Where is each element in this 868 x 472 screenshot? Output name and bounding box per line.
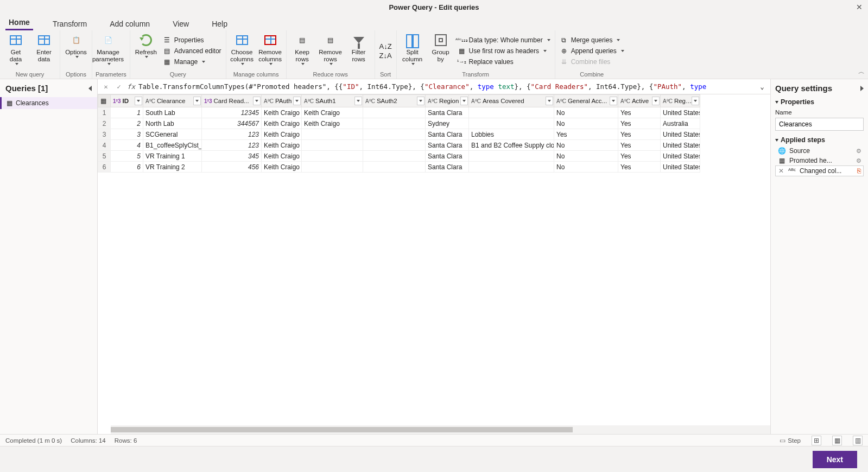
query-name-input[interactable]: [775, 118, 864, 131]
column-filter-icon[interactable]: [652, 97, 660, 105]
cell[interactable]: Yes: [618, 107, 661, 118]
column-filter-icon[interactable]: [354, 97, 362, 105]
formula-accept-icon[interactable]: ✓: [114, 82, 124, 91]
diagram-view-icon[interactable]: ⊞: [812, 436, 821, 445]
column-header-sauth2[interactable]: AᴮCSAuth2: [363, 94, 426, 107]
column-header-sauth1[interactable]: AᴮCSAuth1: [302, 94, 363, 107]
cell[interactable]: 5: [111, 151, 143, 162]
cell[interactable]: No: [554, 162, 618, 173]
data-type-button[interactable]: ᴬᴮᶜ₁₂₃Data type: Whole number: [457, 36, 552, 44]
cell[interactable]: [469, 151, 554, 162]
cell[interactable]: North Lab: [143, 118, 202, 129]
options-button[interactable]: 📋 Options: [64, 31, 88, 70]
cell[interactable]: B1_coffeeSplyClst_F1: [143, 140, 202, 151]
cell[interactable]: 12345: [202, 107, 262, 118]
cell[interactable]: South Lab: [143, 107, 202, 118]
formula-expand-icon[interactable]: ⌄: [757, 82, 767, 91]
column-filter-icon[interactable]: [417, 97, 425, 105]
column-filter-icon[interactable]: [546, 97, 553, 105]
cell[interactable]: Lobbies: [469, 129, 554, 140]
gear-icon[interactable]: ⚙: [856, 157, 861, 164]
cell[interactable]: Keith Craigo: [302, 118, 363, 129]
applied-step-1[interactable]: ▦Promoted he...⚙: [775, 156, 864, 165]
sort-asc-button[interactable]: A↓Z: [379, 42, 392, 50]
cell[interactable]: Keith Craigo: [262, 162, 302, 173]
cell[interactable]: [363, 118, 426, 129]
remove-columns-button[interactable]: Remove columns: [258, 31, 283, 70]
cell[interactable]: United States: [661, 129, 700, 140]
cell[interactable]: B1 and B2 Coffee Supply closets: [469, 140, 554, 151]
gear-icon[interactable]: ⚙: [856, 148, 861, 155]
row-number[interactable]: 5: [98, 151, 111, 162]
cell[interactable]: Keith Craigo: [262, 140, 302, 151]
schema-view-icon[interactable]: ▥: [853, 436, 863, 445]
cell[interactable]: VR Training 2: [143, 162, 202, 173]
applied-step-0[interactable]: 🌐Source⚙: [775, 146, 864, 156]
cell[interactable]: Keith Craigo: [262, 118, 302, 129]
column-header-pauth[interactable]: AᴮCPAuth: [262, 94, 302, 107]
grid-view-icon[interactable]: ▦: [832, 436, 842, 445]
collapse-queries-icon[interactable]: [88, 86, 92, 91]
append-queries-button[interactable]: ⊕Append queries: [559, 47, 625, 55]
formula-cancel-icon[interactable]: ✕: [101, 82, 111, 91]
cell[interactable]: Santa Clara: [426, 107, 469, 118]
cell[interactable]: Yes: [618, 151, 661, 162]
cell[interactable]: Santa Clara: [426, 140, 469, 151]
cell[interactable]: Australia: [661, 118, 700, 129]
keep-rows-button[interactable]: ▤ Keep rows: [290, 31, 315, 70]
cell[interactable]: Yes: [618, 118, 661, 129]
collapse-ribbon-icon[interactable]: ︿: [858, 67, 865, 76]
cell[interactable]: [469, 107, 554, 118]
cell[interactable]: Yes: [618, 162, 661, 173]
formula-text[interactable]: Table.TransformColumnTypes(#"Promoted he…: [138, 82, 754, 91]
cell[interactable]: [302, 140, 363, 151]
filter-rows-button[interactable]: Filter rows: [346, 31, 371, 70]
cell[interactable]: 3: [111, 129, 143, 140]
cell[interactable]: Santa Clara: [426, 129, 469, 140]
first-row-headers-button[interactable]: ▦Use first row as headers: [457, 47, 552, 55]
column-header-generalacc[interactable]: AᴮCGeneral Acc...: [554, 94, 618, 107]
sort-desc-button[interactable]: Z↓A: [379, 52, 392, 60]
column-filter-icon[interactable]: [253, 97, 261, 105]
manage-parameters-button[interactable]: 📄 Manage parameters: [96, 31, 121, 70]
cell[interactable]: [363, 129, 426, 140]
cell[interactable]: Yes: [618, 140, 661, 151]
row-number[interactable]: 3: [98, 129, 111, 140]
cell[interactable]: Sydney: [426, 118, 469, 129]
column-filter-icon[interactable]: [460, 97, 468, 105]
group-by-button[interactable]: Group by: [428, 31, 453, 70]
cell[interactable]: No: [554, 118, 618, 129]
horizontal-scrollbar[interactable]: [111, 425, 770, 434]
column-filter-icon[interactable]: [135, 97, 142, 105]
collapse-settings-icon[interactable]: [860, 86, 864, 91]
cell[interactable]: United States: [661, 140, 700, 151]
column-header-cardread[interactable]: 1²3Card Read...: [202, 94, 262, 107]
cell[interactable]: 123: [202, 140, 262, 151]
cell[interactable]: United States: [661, 151, 700, 162]
cell[interactable]: United States: [661, 107, 700, 118]
cell[interactable]: Yes: [618, 129, 661, 140]
cell[interactable]: [363, 162, 426, 173]
cell[interactable]: 2: [111, 118, 143, 129]
row-number[interactable]: 6: [98, 162, 111, 173]
fx-icon[interactable]: fx: [127, 82, 135, 91]
get-data-button[interactable]: Get data: [3, 31, 28, 70]
column-header-regionco[interactable]: AᴮCRegion:Co: [661, 94, 700, 107]
status-step[interactable]: ▭ Step: [780, 437, 801, 444]
column-filter-icon[interactable]: [610, 97, 617, 105]
properties-button[interactable]: ☰Properties: [162, 36, 223, 44]
close-icon[interactable]: ✕: [856, 3, 863, 11]
column-header-id[interactable]: 1²3ID: [111, 94, 143, 107]
cell[interactable]: VR Training 1: [143, 151, 202, 162]
advanced-editor-button[interactable]: ▤Advanced editor: [162, 47, 223, 55]
cell[interactable]: United States: [661, 162, 700, 173]
cell[interactable]: Keith Craigo: [302, 107, 363, 118]
cell[interactable]: 6: [111, 162, 143, 173]
cell[interactable]: 345: [202, 151, 262, 162]
cell[interactable]: SCGeneral: [143, 129, 202, 140]
cell[interactable]: 4: [111, 140, 143, 151]
cell[interactable]: Keith Craigo: [262, 107, 302, 118]
merge-queries-button[interactable]: ⧉Merge queries: [559, 36, 625, 44]
query-item-clearances[interactable]: ▦ Clearances: [0, 97, 97, 109]
remove-rows-button[interactable]: ▤ Remove rows: [318, 31, 343, 70]
